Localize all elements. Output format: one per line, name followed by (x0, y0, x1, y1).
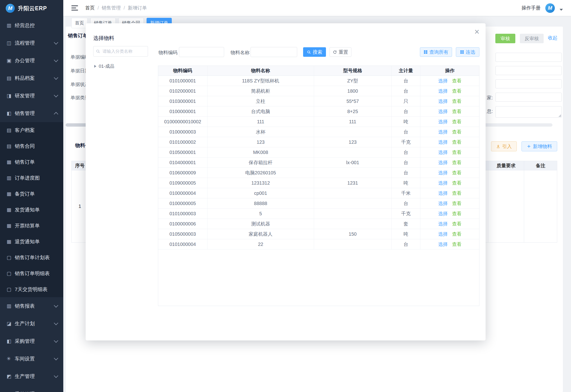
sidebar-item-return-notice[interactable]: ▦ 退货通知单 (0, 234, 63, 250)
sidebar-item-sales-report[interactable]: ▥ 销售报表 (0, 297, 63, 315)
order-form-input-3[interactable] (495, 79, 562, 88)
select-link[interactable]: 选择 (438, 159, 448, 166)
tab-home[interactable]: 首页 (71, 18, 88, 28)
select-link[interactable]: 选择 (438, 98, 448, 105)
tree-node-finished-goods[interactable]: 01-成品 (94, 63, 114, 69)
select-link[interactable]: 选择 (438, 190, 448, 196)
breadcrumb-item-1[interactable]: 销售管理 (102, 5, 121, 11)
sidebar-item-purchase[interactable]: ◧ 采购管理 (0, 332, 63, 350)
select-link[interactable]: 选择 (438, 210, 448, 217)
view-link[interactable]: 查看 (452, 221, 462, 227)
view-link[interactable]: 查看 (452, 210, 462, 217)
office-icon: ▣ (7, 58, 15, 63)
view-link[interactable]: 查看 (452, 78, 462, 84)
sidebar-item-seven-day-delivery[interactable]: ▢ 7天交货明细表 (0, 281, 63, 297)
material-actions-cell: 选择 查看 (421, 157, 479, 168)
order-remark-textarea[interactable] (495, 106, 562, 118)
view-link[interactable]: 查看 (452, 241, 462, 248)
material-table-header: 物料编码 物料名称 型号规格 主计量 操作 (158, 66, 479, 76)
multi-select-button[interactable]: 连选 (456, 47, 480, 57)
material-table-row: 0103000001 立柱 55*57 只 选择 查看 (158, 96, 479, 106)
select-link[interactable]: 选择 (438, 200, 448, 207)
sidebar-item-workshop-settings[interactable]: ✳ 车间设置 (0, 350, 63, 367)
sidebar-item-order-detail-table[interactable]: ▢ 销售订单明细表 (0, 265, 63, 281)
select-link[interactable]: 选择 (438, 119, 448, 125)
select-link[interactable]: 选择 (438, 149, 448, 156)
header-material-actions: 操作 (421, 66, 479, 76)
material-code-cell: 01000000010002 (158, 117, 208, 127)
select-link[interactable]: 选择 (438, 139, 448, 145)
sidebar-item-order-plan-table[interactable]: ▢ 销售订单计划表 (0, 250, 63, 265)
sidebar-item-material-archive[interactable]: ▤ 料品档案 (0, 69, 63, 87)
sidebar-item-rd[interactable]: ◨ 研发管理 (0, 87, 63, 105)
view-link[interactable]: 查看 (452, 98, 462, 105)
search-button[interactable]: 搜索 (303, 47, 326, 57)
select-link[interactable]: 选择 (438, 170, 448, 176)
view-link[interactable]: 查看 (452, 149, 462, 156)
material-actions-cell: 选择 查看 (421, 137, 479, 147)
add-material-button-label: 新增物料 (533, 143, 552, 150)
select-link[interactable]: 选择 (438, 221, 448, 227)
sidebar-item-production-plan[interactable]: ◪ 生产计划 (0, 315, 63, 332)
select-link[interactable]: 选择 (438, 88, 448, 94)
sidebar-item-sales-order[interactable]: ▦ 销售订单 (0, 154, 63, 170)
view-link[interactable]: 查看 (452, 180, 462, 186)
view-link[interactable]: 查看 (452, 119, 462, 125)
order-form-input-1[interactable] (495, 53, 562, 62)
material-unit-cell: 吨 (392, 229, 421, 239)
sidebar-item-dashboard[interactable]: ▥ 经营总控 (0, 17, 63, 34)
query-all-button[interactable]: 查询所有 (420, 47, 452, 57)
view-link[interactable]: 查看 (452, 139, 462, 145)
sidebar-item-delivery-notice[interactable]: ▦ 发货通知单 (0, 202, 63, 218)
sidebar-item-label: 销售报表 (15, 303, 55, 309)
order-form-input-2[interactable] (495, 66, 562, 75)
view-link[interactable]: 查看 (452, 159, 462, 166)
chevron-down-icon[interactable] (560, 9, 563, 11)
import-button[interactable]: 引入 (491, 141, 517, 151)
sidebar-item-label: 生产计划 (15, 320, 55, 327)
select-link[interactable]: 选择 (438, 231, 448, 237)
purchase-icon: ◧ (7, 338, 15, 344)
avatar[interactable]: M (545, 3, 555, 13)
view-link[interactable]: 查看 (452, 200, 462, 207)
sidebar-item-sales-contract[interactable]: ▤ 销售合同 (0, 138, 63, 154)
close-icon[interactable]: × (474, 28, 480, 36)
add-material-button[interactable]: 新增物料 (522, 141, 557, 151)
unaudit-button[interactable]: 反审核 (520, 34, 544, 43)
select-link[interactable]: 选择 (438, 108, 448, 115)
select-link[interactable]: 选择 (438, 241, 448, 248)
sidebar-item-customer-files[interactable]: ▤ 客户档案 (0, 122, 63, 138)
sidebar-item-stock-order[interactable]: ▦ 备货订单 (0, 186, 63, 202)
sidebar-item-sales[interactable]: ◧ 销售管理 (0, 105, 63, 122)
breadcrumb-item-0[interactable]: 首页 (85, 5, 95, 11)
view-link[interactable]: 查看 (452, 129, 462, 135)
select-link[interactable]: 选择 (438, 129, 448, 135)
sidebar-item-invoice-settle[interactable]: ▦ 开票结算单 (0, 218, 63, 234)
material-code-input[interactable] (179, 47, 224, 57)
sidebar-item-label: 备货订单 (15, 191, 58, 197)
manual-link[interactable]: 操作手册 (522, 5, 541, 11)
view-link[interactable]: 查看 (452, 88, 462, 94)
collapse-link[interactable]: 收起 (548, 35, 557, 41)
select-link[interactable]: 选择 (438, 180, 448, 186)
sidebar-item-order-progress[interactable]: ▥ 订单进度图 (0, 170, 63, 186)
sidebar-item-office[interactable]: ▣ 办公管理 (0, 52, 63, 69)
app-logo-icon: M (6, 4, 15, 13)
sidebar-item-production[interactable]: ◩ 生产管理 (0, 367, 63, 385)
view-link[interactable]: 查看 (452, 190, 462, 196)
view-link[interactable]: 查看 (452, 108, 462, 115)
view-link[interactable]: 查看 (452, 170, 462, 176)
sidebar-item-process[interactable]: ◫ 流程管理 (0, 34, 63, 52)
breadcrumb-item-2[interactable]: 新增订单 (128, 5, 147, 11)
select-link[interactable]: 选择 (438, 78, 448, 84)
reset-button[interactable]: 重置 (330, 47, 351, 57)
material-actions-cell: 选择 查看 (421, 117, 479, 127)
order-form-input-4[interactable] (495, 93, 562, 102)
material-spec-cell: lx-001 (314, 157, 392, 168)
audit-button[interactable]: 审核 (495, 34, 515, 43)
material-name-input[interactable] (251, 47, 297, 57)
collapse-menu-icon[interactable] (71, 5, 78, 11)
view-link[interactable]: 查看 (452, 231, 462, 237)
category-search-input[interactable] (102, 49, 145, 54)
sidebar-item-outsourcing[interactable]: ◫ 委外管理 (0, 385, 63, 392)
